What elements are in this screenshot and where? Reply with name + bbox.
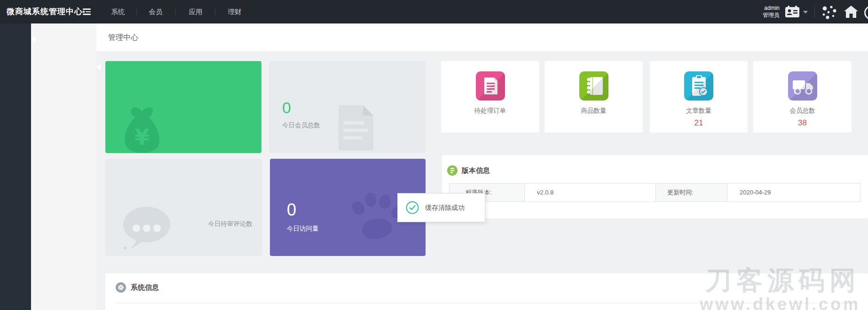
stat-card-comments[interactable]: 今日待审评论数 — [105, 159, 262, 256]
page-title-bar — [96, 23, 868, 52]
topmenu-system[interactable]: 系统 — [104, 0, 132, 23]
toast-notification: 缓存清除成功 — [397, 193, 485, 222]
summary-card-total-members[interactable]: 会员总数 38 — [753, 61, 852, 132]
stat-card-orders[interactable]: ¥ 今日订单总数 — [105, 61, 261, 153]
summary-card-label: 会员总数 — [753, 107, 852, 115]
active-submenu-arrow-icon — [96, 63, 101, 71]
gear-circle-icon — [116, 282, 126, 294]
update-time-value: 2020-04-29 — [727, 184, 860, 202]
page-title: 管理中心 — [108, 23, 138, 52]
truck-icon — [788, 71, 817, 101]
stat-card-value: 0 — [282, 99, 291, 117]
chat-bubble-icon — [120, 205, 173, 254]
stat-card-value: 0 — [287, 200, 296, 220]
user-name: admin — [738, 5, 780, 12]
notebook-icon — [579, 71, 608, 101]
list-circle-icon — [447, 165, 458, 178]
header-divider — [814, 6, 815, 17]
home-icon[interactable] — [844, 5, 859, 21]
document-icon — [336, 103, 376, 153]
system-panel-divider — [116, 303, 858, 303]
icon-rail — [0, 23, 31, 310]
version-panel-title: 版本信息 — [462, 166, 490, 175]
admin-dashboard: 微商城系统管理中心 系统 会员 应用 理财 admin 管理员 — [0, 0, 868, 310]
summary-card-label: 商品数量 — [544, 107, 643, 115]
clipboard-check-icon — [684, 71, 713, 101]
stat-card-members[interactable]: 0 今日会员总数 — [269, 61, 426, 153]
summary-card-label: 待处理订单 — [441, 107, 539, 115]
svg-text:¥: ¥ — [134, 124, 150, 150]
version-value: v2.0.8 — [525, 184, 656, 202]
toast-message: 缓存清除成功 — [425, 194, 465, 222]
menu-divider — [215, 8, 215, 15]
topmenu-members[interactable]: 会员 — [142, 0, 170, 23]
user-role: 管理员 — [738, 12, 780, 19]
app-title: 微商城系统管理中心 — [7, 0, 83, 23]
summary-card-value: 21 — [650, 118, 748, 128]
active-rail-arrow-icon — [31, 35, 35, 43]
share-nodes-icon[interactable] — [821, 5, 837, 22]
stat-card-label: 今日会员总数 — [282, 121, 320, 130]
id-card-icon[interactable] — [784, 5, 800, 20]
check-circle-icon — [406, 201, 419, 214]
summary-card-pending-orders[interactable]: 待处理订单 — [441, 61, 539, 132]
system-info-panel — [105, 273, 868, 310]
menu-divider — [136, 8, 137, 15]
partial-circle-icon[interactable] — [864, 6, 868, 20]
summary-card-label: 文章数量 — [650, 107, 748, 115]
caret-down-icon[interactable] — [803, 11, 808, 14]
user-info[interactable]: admin 管理员 — [738, 5, 780, 19]
settings-submenu — [31, 23, 96, 310]
summary-card-articles[interactable]: 文章数量 21 — [650, 61, 748, 132]
summary-card-value: 38 — [753, 118, 852, 128]
stat-card-label: 今日待审评论数 — [208, 220, 253, 228]
update-time-label: 更新时间: — [656, 184, 727, 202]
pink-document-icon — [476, 71, 505, 101]
menu-collapse-icon[interactable] — [83, 8, 92, 15]
stat-card-label: 今日访问量 — [287, 225, 319, 233]
top-header: 微商城系统管理中心 系统 会员 应用 理财 admin 管理员 — [0, 0, 868, 23]
system-panel-title: 系统信息 — [131, 283, 159, 292]
summary-card-products[interactable]: 商品数量 — [544, 61, 643, 132]
version-table: 程序版本: v2.0.8 更新时间: 2020-04-29 — [449, 183, 860, 202]
topmenu-apps[interactable]: 应用 — [181, 0, 210, 23]
menu-divider — [175, 8, 176, 15]
topmenu-finance[interactable]: 理财 — [221, 0, 249, 23]
money-bag-icon: ¥ — [118, 104, 166, 153]
